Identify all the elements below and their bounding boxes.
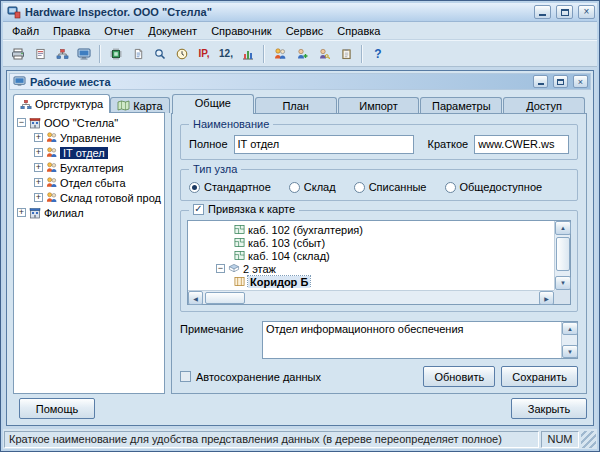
menu-report[interactable]: Отчет [97, 23, 141, 39]
clipboard-icon [341, 48, 352, 60]
map-link-checkbox[interactable]: ✓ [193, 204, 204, 215]
map-tree-item-kab102[interactable]: каб. 102 (бухгалтерия) [188, 223, 554, 236]
workplaces-restore-button[interactable] [553, 75, 568, 88]
tree-item-it-dept[interactable]: + IT отдел [14, 145, 164, 160]
tab-import[interactable]: Импорт [338, 97, 420, 114]
department-icon [46, 132, 57, 143]
documents-button[interactable] [127, 43, 149, 64]
tab-access[interactable]: Доступ [503, 97, 585, 114]
counter-icon: 12, [219, 48, 233, 59]
refresh-button[interactable]: Обновить [423, 366, 495, 387]
minimize-button[interactable] [534, 5, 551, 19]
horizontal-scrollbar[interactable]: ◀ ▶ [188, 290, 554, 304]
tree-item-label: Филиал [44, 207, 84, 219]
menu-service[interactable]: Сервис [279, 23, 331, 39]
maximize-button[interactable] [556, 5, 573, 19]
tree-item-branch[interactable]: + Филиал [14, 205, 164, 220]
help-button[interactable]: Помощь [19, 398, 95, 419]
users-button[interactable] [269, 43, 291, 64]
menu-document[interactable]: Документ [141, 23, 204, 39]
full-name-input[interactable] [234, 135, 414, 154]
menu-edit[interactable]: Правка [46, 23, 97, 39]
menu-file[interactable]: Файл [5, 23, 46, 39]
radio-public[interactable]: Общедоступное [445, 181, 543, 193]
ip-addresses-button[interactable]: IP, [193, 43, 215, 64]
scrollbar-thumb[interactable] [205, 292, 245, 304]
print-button[interactable] [7, 43, 29, 64]
scroll-left-icon[interactable]: ◀ [188, 291, 203, 305]
search-icon [154, 48, 166, 60]
radio-label: Списанные [369, 181, 427, 193]
tree-item-accounting[interactable]: + Бухгалтерия [14, 160, 164, 175]
workplaces-close-button[interactable]: × [573, 75, 588, 88]
chart-button[interactable] [237, 43, 259, 64]
radio-warehouse[interactable]: Склад [289, 181, 336, 193]
tree-item-label: Управление [60, 132, 121, 144]
tab-parameters[interactable]: Параметры [420, 97, 502, 114]
expand-icon[interactable]: + [34, 148, 43, 157]
toolbar-separator [361, 45, 363, 63]
help-button-toolbar[interactable]: ? [367, 43, 389, 64]
radio-standard[interactable]: Стандартное [189, 181, 271, 193]
map-tree-item-corridor[interactable]: Коридор Б [188, 275, 554, 288]
workplaces-button[interactable] [73, 43, 95, 64]
search-button[interactable] [149, 43, 171, 64]
tree-item-root[interactable]: − ООО "Стелла" [14, 115, 164, 130]
scroll-down-icon[interactable]: ▼ [555, 276, 571, 290]
map-tree-label: каб. 102 (бухгалтерия) [248, 224, 363, 236]
num-lock-indicator: NUM [541, 431, 579, 448]
tab-orgstructure[interactable]: Оргструктура [13, 94, 110, 113]
vertical-scrollbar[interactable]: ▲ ▼ [554, 221, 570, 290]
map-tree-item-kab103[interactable]: каб. 103 (сбыт) [188, 236, 554, 249]
tree-item-sales[interactable]: + Отдел сбыта [14, 175, 164, 190]
expand-icon[interactable]: + [34, 193, 43, 202]
radio-dot [445, 182, 456, 193]
close-dialog-button[interactable]: Закрыть [511, 398, 587, 419]
scrollbar-thumb[interactable] [556, 237, 570, 271]
scroll-right-icon[interactable]: ▶ [539, 291, 554, 305]
tab-general[interactable]: Общие [172, 94, 254, 114]
devices-button[interactable] [105, 43, 127, 64]
expand-icon[interactable]: + [34, 178, 43, 187]
workplaces-minimize-button[interactable] [533, 75, 548, 88]
close-button[interactable]: × [578, 5, 595, 19]
ip-icon: IP, [199, 48, 210, 59]
user-rights-button[interactable] [313, 43, 335, 64]
resize-grip[interactable] [581, 431, 596, 448]
numbering-button[interactable]: 12, [215, 43, 237, 64]
audit-button[interactable] [335, 43, 357, 64]
scroll-down-icon[interactable]: ▼ [562, 345, 578, 358]
org-structure-button[interactable] [51, 43, 73, 64]
collapse-icon[interactable]: − [17, 118, 26, 127]
radio-written-off[interactable]: Списанные [354, 181, 427, 193]
map-tree-item-kab104[interactable]: каб. 104 (склад) [188, 249, 554, 262]
tree-item-warehouse[interactable]: + Склад готовой прод [14, 190, 164, 205]
expand-icon[interactable]: + [17, 208, 26, 217]
user-key-icon [318, 48, 330, 60]
expand-icon[interactable]: + [34, 133, 43, 142]
autosave-checkbox[interactable] [180, 371, 191, 382]
short-name-label: Краткое [428, 138, 469, 150]
department-icon [46, 192, 57, 203]
report-button[interactable] [29, 43, 51, 64]
tab-plan[interactable]: План [255, 97, 337, 114]
map-tree-item-floor2[interactable]: − 2 этаж [188, 262, 554, 275]
save-button[interactable]: Сохранить [501, 366, 578, 387]
add-user-button[interactable] [291, 43, 313, 64]
tab-map[interactable]: Карта [110, 97, 169, 113]
tree-item-label: Отдел сбыта [60, 177, 126, 189]
radio-dot [289, 182, 300, 193]
note-scrollbar[interactable]: ▲ ▼ [561, 322, 577, 358]
menu-help[interactable]: Справка [330, 23, 387, 39]
close-icon: × [578, 77, 583, 87]
autosave-option[interactable]: Автосохранение данных [180, 371, 417, 383]
note-textarea[interactable]: Отдел информационного обеспечения [263, 322, 561, 358]
expand-icon[interactable]: + [34, 163, 43, 172]
collapse-icon[interactable]: − [216, 264, 225, 273]
history-button[interactable] [171, 43, 193, 64]
tree-item-management[interactable]: + Управление [14, 130, 164, 145]
scroll-up-icon[interactable]: ▲ [562, 322, 578, 335]
short-name-input[interactable] [474, 135, 569, 154]
menu-directory[interactable]: Справочник [204, 23, 279, 39]
scroll-up-icon[interactable]: ▲ [555, 221, 571, 235]
